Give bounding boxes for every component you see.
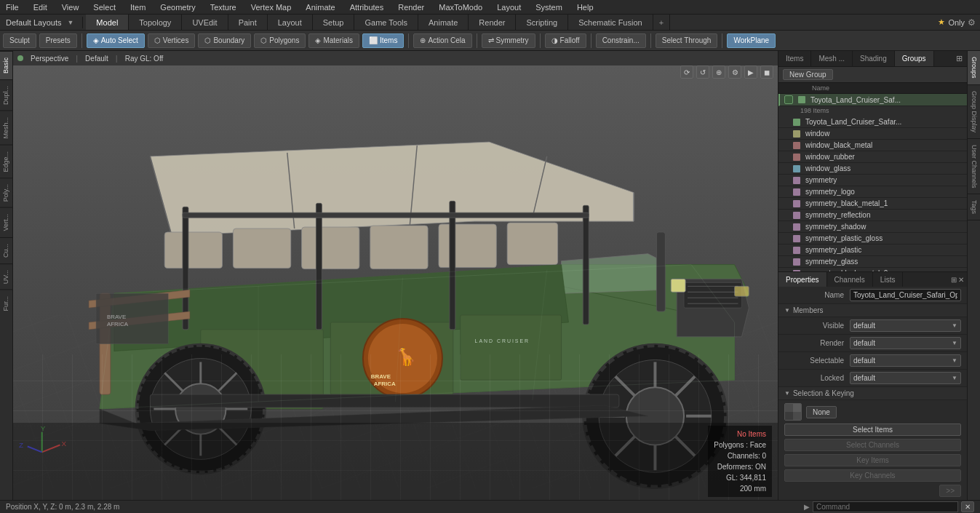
menu-file[interactable]: File xyxy=(3,3,22,12)
workplane-button[interactable]: WorkPlane xyxy=(727,33,776,48)
viewport-3d[interactable]: Perspective | Default | Ray GL: Off ⟳ ↺ … xyxy=(13,51,778,500)
list-item[interactable]: symmetry_glass xyxy=(778,256,967,268)
select-through-button[interactable]: Select Through xyxy=(656,33,718,48)
action-center-button[interactable]: ⊕ Action Cela xyxy=(413,33,471,48)
select-items-button[interactable]: Select Items xyxy=(784,423,961,436)
list-item[interactable]: symmetry xyxy=(778,175,967,186)
tab-gametools[interactable]: Game Tools xyxy=(354,15,418,30)
arrow-forward-button[interactable]: >> xyxy=(939,485,961,497)
menu-select[interactable]: Select xyxy=(90,3,119,12)
tab-mesh[interactable]: Mesh ... xyxy=(811,51,853,66)
list-item[interactable]: symmetry_logo xyxy=(778,186,967,198)
gizmo-rotate-btn[interactable]: ⟳ xyxy=(680,65,693,79)
right-thin-tab-groupdisplay[interactable]: Group Display xyxy=(968,85,980,139)
props-visible-dropdown[interactable]: default ▼ xyxy=(850,319,961,332)
left-tab-basic[interactable]: Basic xyxy=(0,51,12,79)
tab-schematic[interactable]: Schematic Fusion xyxy=(568,15,653,30)
color-swatch[interactable] xyxy=(784,403,802,421)
viewport-dot-active[interactable] xyxy=(17,55,23,61)
menu-item[interactable]: Item xyxy=(127,3,148,12)
items-button[interactable]: ⬜ Items xyxy=(362,33,404,48)
tab-paint[interactable]: Paint xyxy=(228,15,268,30)
right-thin-tab-userchannels[interactable]: User Channels xyxy=(968,139,980,195)
list-item[interactable]: Toyota_Land_Cruiser_Safar... xyxy=(778,116,967,128)
props-selectable-dropdown[interactable]: default ▼ xyxy=(850,354,961,367)
menu-help[interactable]: Help xyxy=(574,3,597,12)
boundary-button[interactable]: ⬡ Boundary xyxy=(198,33,251,48)
left-tab-poly[interactable]: Poly... xyxy=(0,178,12,207)
tab-render[interactable]: Render xyxy=(469,15,516,30)
settings-icon[interactable]: ⚙ xyxy=(968,17,976,28)
list-item[interactable]: symmetry_plastic xyxy=(778,244,967,256)
left-tab-vert[interactable]: Vert... xyxy=(0,207,12,237)
tab-layout[interactable]: Layout xyxy=(268,15,313,30)
left-tab-dup[interactable]: Dupl... xyxy=(0,79,12,111)
list-item[interactable]: window_black_metal xyxy=(778,140,967,151)
left-tab-fur[interactable]: Fur... xyxy=(0,290,12,317)
presets-button[interactable]: Presets xyxy=(39,33,77,48)
command-clear-button[interactable]: ✕ xyxy=(961,501,974,512)
list-item[interactable]: symmetry_shadow xyxy=(778,221,967,233)
props-expand-icon[interactable]: ⊞ xyxy=(951,276,957,284)
menu-texture[interactable]: Texture xyxy=(207,3,239,12)
menu-render[interactable]: Render xyxy=(395,3,427,12)
left-tab-mesh[interactable]: Mesh... xyxy=(0,111,12,145)
menu-animate[interactable]: Animate xyxy=(303,3,338,12)
tab-topology[interactable]: Topology xyxy=(129,15,182,30)
gizmo-settings-btn[interactable]: ⚙ xyxy=(728,65,741,79)
sel-key-section-header[interactable]: ▼ Selection & Keying xyxy=(778,387,967,400)
right-thin-tab-tags[interactable]: Tags xyxy=(968,194,980,220)
list-item[interactable]: window_rubber xyxy=(778,151,967,163)
right-tab-expand-btn[interactable]: ⊞ xyxy=(952,51,967,66)
tab-setup[interactable]: Setup xyxy=(313,15,355,30)
command-input[interactable] xyxy=(813,501,958,512)
scene-canvas[interactable]: 🦒 BRAVE AFRICA LAND CRUISER xyxy=(13,51,778,500)
tab-shading[interactable]: Shading xyxy=(853,51,895,66)
tab-groups[interactable]: Groups xyxy=(895,51,934,66)
tab-uvedit[interactable]: UVEdit xyxy=(182,15,228,30)
list-item[interactable]: symmetry_black_metal_1 xyxy=(778,198,967,210)
menu-geometry[interactable]: Geometry xyxy=(157,3,198,12)
viewport-perspective-btn[interactable]: Perspective xyxy=(28,55,71,63)
main-group-item[interactable]: Toyota_Land_Cruiser_Saf... xyxy=(778,94,967,106)
menu-view[interactable]: View xyxy=(59,3,82,12)
props-tab-lists[interactable]: Lists xyxy=(873,272,904,287)
menu-layout[interactable]: Layout xyxy=(494,3,524,12)
symmetry-button[interactable]: ⇌ Symmetry xyxy=(482,33,535,48)
list-item[interactable]: window_glass xyxy=(778,163,967,175)
polygons-button[interactable]: ⬡ Polygons xyxy=(254,33,306,48)
key-items-button[interactable]: Key Items xyxy=(784,454,961,466)
menu-vertexmap[interactable]: Vertex Map xyxy=(248,3,295,12)
list-item[interactable]: symmetry_plastic_gloss xyxy=(778,233,967,244)
key-channels-button[interactable]: Key Channels xyxy=(784,469,961,482)
sculpt-button[interactable]: Sculpt xyxy=(3,33,36,48)
gizmo-plus-btn[interactable]: ⊕ xyxy=(712,65,725,79)
constraint-button[interactable]: Constrain... xyxy=(596,33,646,48)
vertices-button[interactable]: ⬡ Vertices xyxy=(148,33,196,48)
menu-edit[interactable]: Edit xyxy=(31,3,50,12)
props-locked-dropdown[interactable]: default ▼ xyxy=(850,372,961,384)
left-tab-cu[interactable]: Cu... xyxy=(0,237,12,263)
menu-system[interactable]: System xyxy=(533,3,565,12)
viewport-raygl-btn[interactable]: Ray GL: Off xyxy=(122,55,167,63)
layout-dropdown-icon[interactable]: ▼ xyxy=(67,19,73,26)
props-render-dropdown[interactable]: default ▼ xyxy=(850,337,961,349)
props-name-input[interactable] xyxy=(850,289,961,301)
tab-model[interactable]: Model xyxy=(86,15,129,30)
list-item[interactable]: symmetry_reflection xyxy=(778,210,967,221)
left-tab-edge[interactable]: Edge... xyxy=(0,145,12,178)
tab-items[interactable]: Items xyxy=(778,51,811,66)
select-channels-button[interactable]: Select Channels xyxy=(784,439,961,451)
list-item[interactable]: window xyxy=(778,128,967,140)
auto-select-button[interactable]: ◈ Auto Select xyxy=(87,33,145,48)
gizmo-undo-btn[interactable]: ↺ xyxy=(696,65,709,79)
new-group-button[interactable]: New Group xyxy=(783,69,833,80)
gizmo-play-btn[interactable]: ▶ xyxy=(744,65,757,79)
falloff-button[interactable]: ◑ Falloff xyxy=(545,33,586,48)
members-section-header[interactable]: ▼ Members xyxy=(778,304,967,317)
props-close-icon[interactable]: ✕ xyxy=(958,276,964,284)
add-tab-button[interactable]: + xyxy=(653,15,670,30)
right-thin-tab-groups[interactable]: Groups xyxy=(968,51,980,85)
props-tab-properties[interactable]: Properties xyxy=(778,272,827,287)
props-tab-channels[interactable]: Channels xyxy=(827,272,873,287)
